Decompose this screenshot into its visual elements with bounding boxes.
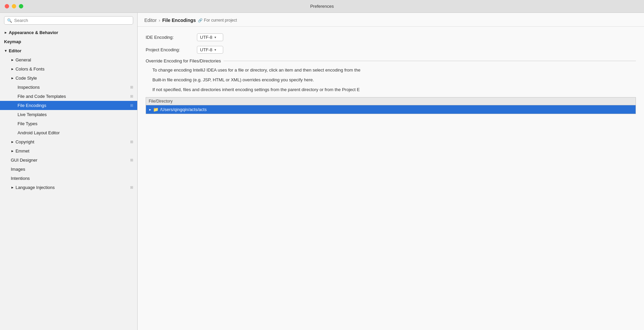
description-text-2: Built-in file encoding (e.g. JSP, HTML o… xyxy=(146,77,636,84)
copy-icon: ⊞ xyxy=(130,94,133,99)
maximize-button[interactable] xyxy=(19,4,23,8)
copy-icon: ⊞ xyxy=(130,103,133,108)
sidebar-item-file-code-templates[interactable]: File and Code Templates ⊞ xyxy=(0,92,137,101)
sidebar-item-keymap[interactable]: Keymap xyxy=(0,37,137,46)
table-row-file: ► 📁 /Users/qingqin/acts/acts xyxy=(149,107,565,112)
link-icon: 🔗 xyxy=(198,18,203,23)
arrow-icon: ► xyxy=(11,76,14,80)
breadcrumb-separator: › xyxy=(159,18,160,23)
search-input[interactable] xyxy=(14,18,130,23)
search-container: 🔍 xyxy=(0,13,137,28)
file-table-header: File/Directory xyxy=(146,98,636,105)
copy-icon: ⊞ xyxy=(130,185,133,190)
sidebar-item-android-layout-editor[interactable]: Android Layout Editor xyxy=(0,128,137,137)
description-text-1: To change encoding IntelliJ IDEA uses fo… xyxy=(146,67,636,74)
sidebar-item-label: Emmet xyxy=(16,148,133,154)
sidebar-item-label: Language Injections xyxy=(16,185,130,190)
sidebar-item-label: Copyright xyxy=(16,139,130,144)
window-title: Preferences xyxy=(310,4,334,9)
folder-icon: 📁 xyxy=(153,107,158,112)
file-table: File/Directory ► 📁 /Users/qingqin/acts/a… xyxy=(146,97,636,114)
col-header-encoding xyxy=(565,99,633,104)
sidebar-item-general[interactable]: ► General xyxy=(0,55,137,64)
sidebar-item-label: Appearance & Behavior xyxy=(9,30,133,35)
sidebar-item-code-style[interactable]: ► Code Style xyxy=(0,74,137,83)
breadcrumb-current: File Encodings xyxy=(162,18,196,23)
col-header-file: File/Directory xyxy=(149,99,565,104)
search-icon: 🔍 xyxy=(7,18,12,23)
arrow-icon: ► xyxy=(11,58,14,62)
sidebar-item-label: Inspections xyxy=(18,85,130,90)
content-body: IDE Encoding: UTF-8 Project Encoding: UT… xyxy=(138,27,644,330)
sidebar-nav: ► Appearance & Behavior Keymap ▼ Editor … xyxy=(0,28,137,330)
sidebar-item-emmet[interactable]: ► Emmet xyxy=(0,146,137,156)
sidebar-item-inspections[interactable]: Inspections ⊞ xyxy=(0,83,137,92)
ide-encoding-dropdown[interactable]: UTF-8 xyxy=(197,33,223,41)
sidebar-item-colors-fonts[interactable]: ► Colors & Fonts xyxy=(0,64,137,74)
project-encoding-label: Project Encoding: xyxy=(146,47,193,52)
sidebar-item-label: General xyxy=(16,57,133,62)
breadcrumb: Editor › File Encodings 🔗 For current pr… xyxy=(144,18,637,23)
sidebar-item-appearance[interactable]: ► Appearance & Behavior xyxy=(0,28,137,37)
for-project-label: For current project xyxy=(204,18,237,23)
sidebar-item-label: Intentions xyxy=(11,176,133,181)
sidebar-item-label: Keymap xyxy=(4,39,133,44)
override-section-label: Override Encoding for Files/Directories xyxy=(146,58,221,63)
sidebar-item-label: Colors & Fonts xyxy=(16,66,133,72)
copy-icon: ⊞ xyxy=(130,158,133,162)
arrow-icon: ► xyxy=(11,186,14,189)
arrow-icon: ► xyxy=(11,149,14,153)
sidebar-item-label: File and Code Templates xyxy=(18,94,130,99)
sidebar-item-intentions[interactable]: Intentions xyxy=(0,174,137,183)
sidebar-item-file-encodings[interactable]: File Encodings ⊞ xyxy=(0,101,137,110)
description-text-3: If not specified, files and directories … xyxy=(146,86,636,93)
override-section-title: Override Encoding for Files/Directories xyxy=(146,58,636,63)
breadcrumb-for-project: 🔗 For current project xyxy=(198,18,237,23)
sidebar-item-label: File Types xyxy=(18,121,133,126)
file-path: /Users/qingqin/acts/acts xyxy=(160,107,207,112)
sidebar-item-language-injections[interactable]: ► Language Injections ⊞ xyxy=(0,183,137,192)
minimize-button[interactable] xyxy=(12,4,16,8)
ide-encoding-row: IDE Encoding: UTF-8 xyxy=(146,33,636,41)
content-area: Editor › File Encodings 🔗 For current pr… xyxy=(138,13,644,330)
main-layout: 🔍 ► Appearance & Behavior Keymap ▼ Edito… xyxy=(0,13,644,330)
project-encoding-row: Project Encoding: UTF-8 xyxy=(146,46,636,54)
title-bar: Preferences xyxy=(0,0,644,13)
sidebar-item-label: Code Style xyxy=(16,76,133,81)
ide-encoding-label: IDE Encoding: xyxy=(146,35,193,40)
sidebar-item-label: Android Layout Editor xyxy=(18,130,133,135)
arrow-icon: ► xyxy=(11,67,14,71)
sidebar-item-images[interactable]: Images xyxy=(0,165,137,174)
table-row[interactable]: ► 📁 /Users/qingqin/acts/acts xyxy=(146,105,636,114)
sidebar-item-label: Live Templates xyxy=(18,112,133,117)
arrow-icon: ► xyxy=(4,31,7,34)
ide-encoding-value: UTF-8 xyxy=(200,35,212,40)
search-wrapper[interactable]: 🔍 xyxy=(4,16,133,25)
sidebar-item-copyright[interactable]: ► Copyright ⊞ xyxy=(0,137,137,146)
row-expand-icon: ► xyxy=(149,108,152,111)
breadcrumb-parent: Editor xyxy=(144,18,157,23)
sidebar-item-label: Editor xyxy=(9,48,133,53)
sidebar-item-file-types[interactable]: File Types xyxy=(0,119,137,128)
sidebar-item-gui-designer[interactable]: GUI Designer ⊞ xyxy=(0,156,137,165)
content-header: Editor › File Encodings 🔗 For current pr… xyxy=(138,13,644,27)
sidebar-item-label: File Encodings xyxy=(18,103,130,108)
arrow-icon: ▼ xyxy=(4,49,7,53)
sidebar: 🔍 ► Appearance & Behavior Keymap ▼ Edito… xyxy=(0,13,138,330)
sidebar-item-editor[interactable]: ▼ Editor xyxy=(0,46,137,55)
close-button[interactable] xyxy=(5,4,9,8)
project-encoding-value: UTF-8 xyxy=(200,47,212,52)
copy-icon: ⊞ xyxy=(130,85,133,89)
copy-icon: ⊞ xyxy=(130,140,133,144)
project-encoding-dropdown[interactable]: UTF-8 xyxy=(197,46,223,54)
sidebar-item-label: GUI Designer xyxy=(11,158,130,163)
arrow-icon: ► xyxy=(11,140,14,144)
sidebar-item-label: Images xyxy=(11,167,133,172)
window-controls xyxy=(5,4,23,8)
sidebar-item-live-templates[interactable]: Live Templates xyxy=(0,110,137,119)
